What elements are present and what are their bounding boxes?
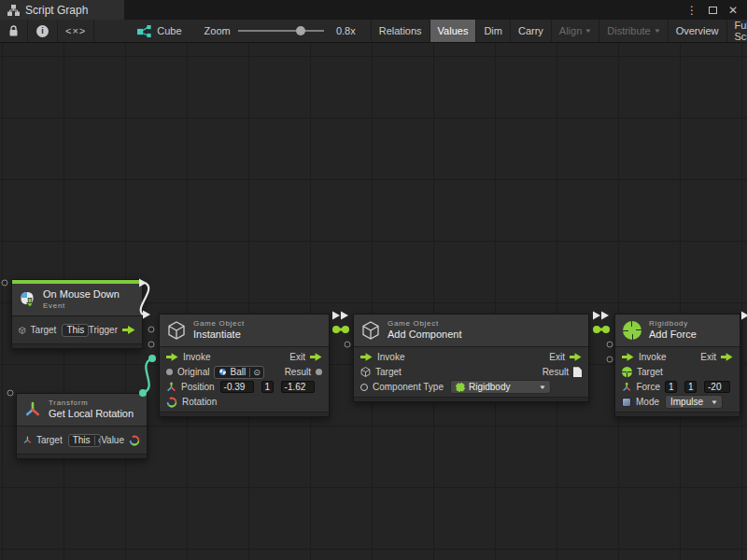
flow-arrow-icon[interactable] bbox=[360, 353, 373, 361]
flow-connector-arrow[interactable] bbox=[341, 312, 348, 320]
flow-connector-arrow[interactable] bbox=[593, 312, 600, 320]
flow-arrow-icon[interactable] bbox=[122, 326, 135, 334]
original-value: Ball bbox=[230, 367, 246, 377]
overview-button[interactable]: Overview bbox=[669, 20, 727, 42]
target-value-pill[interactable]: This ⊙ bbox=[62, 324, 88, 337]
zoom-slider[interactable] bbox=[238, 25, 324, 36]
zoom-slider-handle[interactable] bbox=[296, 26, 305, 35]
input-port[interactable] bbox=[2, 280, 8, 287]
close-icon[interactable]: ✕ bbox=[725, 3, 741, 18]
force-label: Force bbox=[636, 382, 660, 392]
input-port[interactable] bbox=[148, 342, 155, 348]
rigidbody-icon bbox=[623, 321, 641, 340]
port-row-force: Force 1 1 -20 bbox=[615, 380, 740, 395]
node-add-force[interactable]: Rigidbody Add Force Invoke Exit Target bbox=[614, 314, 740, 417]
graph-canvas[interactable]: On Mouse Down Event Target This ⊙ bbox=[0, 43, 747, 560]
input-port[interactable] bbox=[345, 342, 351, 348]
value-connector-dot[interactable] bbox=[332, 326, 340, 333]
original-value-pill[interactable]: Ball ⊙ bbox=[214, 366, 263, 379]
component-type-dropdown[interactable]: Rigidbody ▼ bbox=[450, 380, 551, 394]
node-on-mouse-down[interactable]: On Mouse Down Event Target This ⊙ bbox=[11, 279, 143, 349]
value-connector-dot[interactable] bbox=[602, 326, 610, 333]
node-title: Add Component bbox=[388, 329, 462, 342]
window-controls: ⋮ ✕ bbox=[684, 0, 747, 20]
lock-icon bbox=[8, 25, 19, 37]
port-row-rotation: Rotation bbox=[160, 395, 329, 410]
target-value: This bbox=[69, 435, 94, 445]
code-view-button[interactable]: <×> bbox=[58, 20, 94, 42]
distribute-button: Distribute▼ bbox=[599, 20, 668, 42]
component-result-icon[interactable] bbox=[573, 367, 582, 377]
target-value-pill[interactable]: This ⊙ bbox=[68, 434, 101, 447]
flow-connector-arrow[interactable] bbox=[332, 312, 340, 320]
rotation-port-icon[interactable] bbox=[129, 435, 140, 446]
input-port[interactable] bbox=[607, 357, 613, 363]
force-y-field[interactable]: 1 bbox=[684, 381, 697, 393]
node-footer bbox=[160, 412, 329, 416]
align-label: Align bbox=[559, 25, 582, 36]
carry-label: Carry bbox=[518, 25, 543, 36]
rotation-label: Rotation bbox=[182, 397, 217, 407]
tab-script-graph[interactable]: Script Graph bbox=[0, 0, 124, 20]
node-header[interactable]: Game Object Add Component bbox=[354, 315, 588, 347]
object-picker-icon[interactable]: ⊙ bbox=[249, 368, 263, 377]
graph-toolbar: i <×> Cube Zoom 0.8x Rel bbox=[0, 20, 747, 43]
node-surtitle: Game Object bbox=[193, 319, 245, 329]
flow-arrow-icon[interactable] bbox=[570, 353, 582, 361]
position-z-field[interactable]: -1.62 bbox=[281, 381, 315, 393]
node-header[interactable]: Transform Get Local Rotation bbox=[17, 394, 147, 427]
tab-title: Script Graph bbox=[25, 4, 88, 17]
object-picker-icon[interactable]: ⊙ bbox=[94, 436, 102, 445]
lock-button[interactable] bbox=[0, 20, 28, 42]
info-button[interactable]: i bbox=[28, 20, 58, 42]
force-z-field[interactable]: -20 bbox=[704, 381, 730, 393]
flow-arrow-icon[interactable] bbox=[622, 353, 634, 361]
value-connector-dot[interactable] bbox=[593, 326, 600, 333]
invoke-label: Invoke bbox=[183, 352, 210, 362]
port-row-target: Target bbox=[615, 365, 740, 380]
node-title: Add Force bbox=[649, 329, 697, 342]
value-connector-dot[interactable] bbox=[342, 326, 349, 333]
menu-icon[interactable]: ⋮ bbox=[684, 3, 700, 18]
node-title: Instantiate bbox=[193, 329, 245, 342]
node-header[interactable]: Rigidbody Add Force bbox=[615, 315, 740, 347]
relations-button[interactable]: Relations bbox=[371, 20, 430, 42]
carry-button[interactable]: Carry bbox=[511, 20, 552, 42]
result-label: Result bbox=[543, 367, 569, 377]
flow-arrow-icon[interactable] bbox=[721, 353, 733, 361]
flow-arrow-icon[interactable] bbox=[310, 353, 322, 361]
zoom-slider-track bbox=[238, 30, 324, 32]
flow-arrow-icon[interactable] bbox=[166, 353, 178, 361]
node-header[interactable]: Game Object Instantiate bbox=[160, 315, 329, 347]
wire-rotation-value[interactable] bbox=[143, 358, 152, 393]
fullscreen-button[interactable]: Full Screen bbox=[727, 20, 747, 42]
value-port-icon[interactable] bbox=[166, 369, 173, 375]
node-add-component[interactable]: Game Object Add Component Invoke Exit bbox=[353, 314, 589, 402]
port-row-target: Target Result bbox=[354, 365, 588, 380]
dim-button[interactable]: Dim bbox=[476, 20, 511, 42]
node-instantiate[interactable]: Game Object Instantiate Invoke Exit Orig… bbox=[159, 314, 330, 417]
result-port-icon[interactable] bbox=[316, 369, 322, 375]
position-x-field[interactable]: -0.39 bbox=[220, 381, 254, 393]
game-object-port-icon bbox=[360, 367, 371, 377]
node-get-local-rotation[interactable]: Transform Get Local Rotation Target This… bbox=[16, 393, 148, 459]
maximize-icon[interactable] bbox=[704, 3, 721, 18]
value-label: Value bbox=[101, 435, 124, 445]
values-button[interactable]: Values bbox=[430, 20, 477, 42]
node-footer bbox=[12, 343, 142, 348]
force-x-field[interactable]: 1 bbox=[665, 381, 677, 393]
mode-dropdown[interactable]: Impulse ▼ bbox=[665, 395, 723, 409]
type-port-icon[interactable] bbox=[360, 384, 368, 391]
graph-breadcrumb[interactable]: Cube bbox=[119, 20, 194, 42]
position-y-field[interactable]: 1 bbox=[261, 381, 274, 393]
flow-connector-arrow[interactable] bbox=[601, 312, 609, 320]
input-port[interactable] bbox=[607, 342, 613, 348]
component-type-value: Rigidbody bbox=[469, 382, 510, 392]
fullscreen-label: Full Screen bbox=[735, 20, 747, 42]
chevron-down-icon: ▼ bbox=[585, 28, 592, 34]
rigidbody-port-icon bbox=[622, 367, 632, 377]
node-header[interactable]: On Mouse Down Event bbox=[12, 284, 142, 316]
input-port[interactable] bbox=[7, 390, 14, 397]
target-value: This bbox=[63, 325, 88, 335]
input-port[interactable] bbox=[148, 327, 155, 333]
